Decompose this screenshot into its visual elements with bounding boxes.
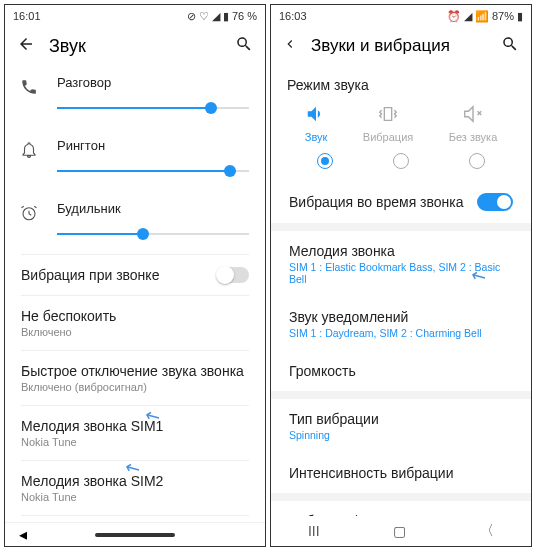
sound-icon — [305, 103, 327, 127]
signal-icon: ◢ — [212, 10, 220, 23]
row-title: Тип вибрации — [289, 411, 513, 427]
statusbar: 16:01 ⊘ ♡ ◢ ▮ 76 % — [5, 5, 265, 27]
content: Режим звука Звук Вибрация Без звука — [271, 65, 531, 516]
row-title: Быстрое отключение звука звонка — [21, 363, 249, 379]
slider-ringtone: Рингтон — [5, 128, 265, 191]
nav-recents-icon[interactable]: III — [308, 523, 320, 539]
mode-label: Без звука — [449, 131, 498, 143]
mode-label: Звук — [305, 131, 328, 143]
heart-icon: ♡ — [199, 10, 209, 23]
mute-icon — [462, 103, 484, 127]
radio-row — [287, 153, 515, 169]
row-title: Мелодия звонка SIM2 — [21, 473, 249, 489]
row-title: Вибрация во время звонка — [289, 194, 464, 210]
navbar: ◂ — [5, 522, 265, 546]
row-title: Интенсивность вибрации — [289, 465, 513, 481]
slider[interactable] — [57, 224, 249, 244]
slider[interactable] — [57, 98, 249, 118]
notification-sound-row[interactable]: Звук уведомлений SIM 1 : Daydream, SIM 2… — [271, 297, 531, 351]
system-sounds-row[interactable]: Вибрация/системные звуки Настройка звуко… — [271, 501, 531, 516]
row-sub: SIM 1 : Elastic Bookmark Bass, SIM 2 : B… — [289, 261, 513, 285]
battery-pct: 87% — [492, 10, 514, 22]
statusbar: 16:03 ⏰ ◢ 📶 87% ▮ — [271, 5, 531, 27]
phone-icon — [19, 77, 39, 97]
row-sub: Включено (вибросигнал) — [21, 381, 249, 393]
back-icon[interactable] — [17, 35, 35, 57]
slider[interactable] — [57, 161, 249, 181]
row-sub: SIM 1 : Daydream, SIM 2 : Charming Bell — [289, 327, 513, 339]
toggle-on[interactable] — [477, 193, 513, 211]
alarm-clock-icon — [19, 203, 39, 223]
row-sub: Spinning — [289, 429, 513, 441]
nav-back-icon[interactable]: ◂ — [19, 525, 27, 544]
quick-mute-row[interactable]: Быстрое отключение звука звонка Включено… — [5, 351, 265, 405]
vibrate-icon — [377, 103, 399, 127]
status-time: 16:03 — [279, 10, 307, 22]
header: Звуки и вибрация — [271, 27, 531, 65]
sound-mode-block: Режим звука Звук Вибрация Без звука — [271, 65, 531, 181]
wifi-icon: ◢ — [464, 10, 472, 23]
radio-vibration[interactable] — [393, 153, 409, 169]
status-time: 16:01 — [13, 10, 41, 22]
bell-icon — [19, 140, 39, 160]
page-title: Звуки и вибрация — [311, 36, 487, 56]
toggle-off[interactable] — [217, 267, 249, 283]
status-right: ⊘ ♡ ◢ ▮ 76 % — [187, 10, 257, 23]
nav-back-icon[interactable]: 〈 — [480, 522, 494, 540]
mode-row: Звук Вибрация Без звука — [287, 103, 515, 143]
slider-label: Разговор — [57, 75, 249, 90]
back-icon[interactable] — [283, 37, 297, 55]
row-title: Мелодия звонка — [289, 243, 513, 259]
row-title: Громкость — [289, 363, 513, 379]
radio-silent[interactable] — [469, 153, 485, 169]
slider-label: Рингтон — [57, 138, 249, 153]
content: Разговор Рингтон Будильник Вибрация при … — [5, 65, 265, 522]
nav-home-icon[interactable]: ▢ — [393, 523, 406, 539]
radio-sound[interactable] — [317, 153, 333, 169]
search-icon[interactable] — [501, 35, 519, 57]
alarm-icon: ⏰ — [447, 10, 461, 23]
row-sub: Включено — [21, 326, 249, 338]
nav-home-icon[interactable] — [95, 533, 175, 537]
signal-icon: 📶 — [475, 10, 489, 23]
volume-row[interactable]: Громкость — [271, 351, 531, 391]
row-title: Звук уведомлений — [289, 309, 513, 325]
mode-silent[interactable]: Без звука — [449, 103, 498, 143]
sim2-ringtone-row[interactable]: Мелодия звонка SIM2 Nokia Tune — [5, 461, 265, 515]
search-icon[interactable] — [235, 35, 253, 57]
slider-alarm: Будильник — [5, 191, 265, 254]
slider-label: Будильник — [57, 201, 249, 216]
row-title: Не беспокоить — [21, 308, 249, 324]
phone-left: 16:01 ⊘ ♡ ◢ ▮ 76 % Звук Разговор Рингтон… — [4, 4, 266, 547]
sim1-ringtone-row[interactable]: Мелодия звонка SIM1 Nokia Tune — [5, 406, 265, 460]
vibration-type-row[interactable]: Тип вибрации Spinning — [271, 399, 531, 453]
mode-sound[interactable]: Звук — [305, 103, 328, 143]
phone-right: 16:03 ⏰ ◢ 📶 87% ▮ Звуки и вибрация Режим… — [270, 4, 532, 547]
row-sub: Nokia Tune — [21, 491, 249, 503]
row-title: Вибрация при звонке — [21, 267, 159, 283]
mode-vibration[interactable]: Вибрация — [363, 103, 413, 143]
status-right: ⏰ ◢ 📶 87% ▮ — [447, 10, 523, 23]
row-sub: Nokia Tune — [21, 436, 249, 448]
battery-icon: ▮ — [223, 10, 229, 23]
page-title: Звук — [49, 36, 221, 57]
slider-talk: Разговор — [5, 65, 265, 128]
vibrate-ringing-row[interactable]: Вибрация во время звонка — [271, 181, 531, 223]
vibration-intensity-row[interactable]: Интенсивность вибрации — [271, 453, 531, 493]
vibrate-on-call-row[interactable]: Вибрация при звонке — [5, 255, 265, 295]
battery-pct: 76 % — [232, 10, 257, 22]
dnd-row[interactable]: Не беспокоить Включено — [5, 296, 265, 350]
navbar: III ▢ 〈 — [271, 516, 531, 546]
battery-icon: ▮ — [517, 10, 523, 23]
mode-label: Вибрация — [363, 131, 413, 143]
block-head: Режим звука — [287, 77, 515, 93]
ringtone-row[interactable]: Мелодия звонка SIM 1 : Elastic Bookmark … — [271, 231, 531, 297]
row-title: Мелодия звонка SIM1 — [21, 418, 249, 434]
alarm-icon: ⊘ — [187, 10, 196, 23]
header: Звук — [5, 27, 265, 65]
